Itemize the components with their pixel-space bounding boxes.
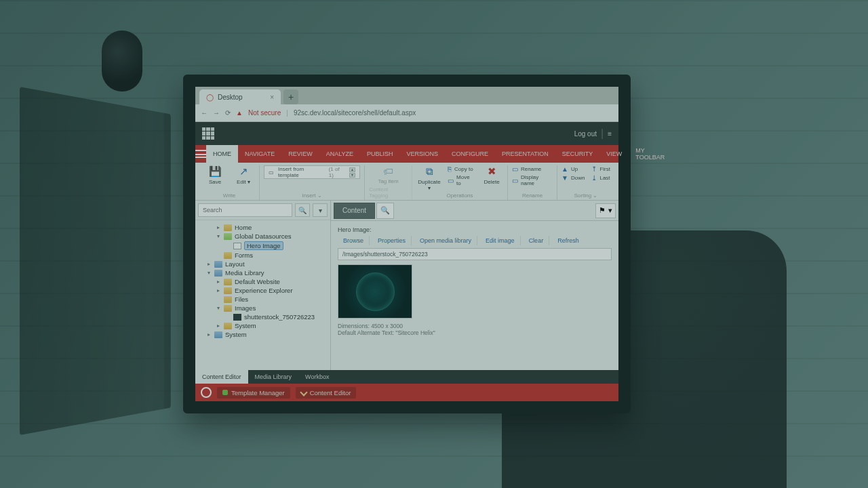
up-icon: ▲: [561, 165, 568, 173]
tree-node-home[interactable]: ▸Home: [197, 223, 329, 232]
close-tab-icon[interactable]: ×: [270, 94, 274, 101]
rename-button[interactable]: ▭Rename: [512, 165, 553, 173]
search-input[interactable]: [198, 203, 292, 217]
pencil-icon: [300, 388, 307, 396]
save-button[interactable]: 💾Save: [203, 165, 226, 185]
insert-from-template[interactable]: ▭ Insert from template (1 of 1) ▴▾: [264, 165, 360, 179]
launch-bar: Template Manager Content Editor: [195, 384, 618, 401]
browse-link[interactable]: Browse: [338, 236, 370, 245]
display-name-button[interactable]: ▭Display name: [512, 174, 553, 186]
content-search-button[interactable]: 🔍: [376, 203, 394, 219]
edit-button[interactable]: ↗Edit ▾: [232, 165, 255, 185]
reload-icon[interactable]: ⟳: [225, 109, 231, 117]
browser-tab[interactable]: ◯ Desktop ×: [199, 89, 281, 104]
webcam: [102, 30, 142, 92]
ribbon-group-tagging: 🏷Tag item Content Tagging: [365, 165, 412, 200]
open-media-library-link[interactable]: Open media library: [414, 236, 477, 245]
tree-node-system[interactable]: ▸System: [197, 321, 329, 330]
browser-tabstrip: ◯ Desktop × +: [195, 87, 618, 104]
insert-spinner[interactable]: ▴▾: [349, 167, 355, 178]
tag-icon: 🏷: [383, 165, 393, 177]
edit-image-link[interactable]: Edit image: [480, 236, 521, 245]
clear-link[interactable]: Clear: [524, 236, 550, 245]
body-split: 🔍 ▾ ▸Home ▾Global Datasources Hero Image…: [195, 201, 618, 370]
ribbon-group-rename: ▭Rename ▭Display name Rename: [508, 165, 557, 200]
tree-node-media[interactable]: ▾Media Library: [197, 268, 329, 277]
ribbon-tab-review[interactable]: REVIEW: [281, 145, 319, 163]
content-tree: ▸Home ▾Global Datasources Hero Image For…: [195, 220, 330, 370]
ribbon-tab-view[interactable]: VIEW: [599, 145, 629, 163]
not-secure-label: Not secure: [248, 109, 281, 117]
ribbon-tab-navigate[interactable]: NAVIGATE: [238, 145, 281, 163]
tree-node-image-file[interactable]: shutterstock_750726223: [197, 312, 329, 321]
topbar-divider: |: [601, 127, 604, 140]
app-topbar: Log out | ≡: [195, 122, 618, 145]
down-icon: ▼: [561, 174, 568, 182]
duplicate-button[interactable]: ⧉Duplicate ▾: [416, 165, 442, 191]
content-editor-chip[interactable]: Content Editor: [296, 387, 357, 399]
url-divider: |: [286, 109, 288, 117]
new-tab-button[interactable]: +: [283, 89, 298, 104]
content-tab[interactable]: Content: [334, 203, 375, 219]
tree-node-system2[interactable]: ▸System: [197, 330, 329, 339]
primary-monitor: ◯ Desktop × + ← → ⟳ ▲ Not secure | 92sc.…: [183, 75, 631, 413]
tree-node-experience-explorer[interactable]: ▸Experience Explorer: [197, 286, 329, 295]
delete-icon: ✖: [488, 165, 496, 178]
editor-tab-media[interactable]: Media Library: [248, 370, 299, 384]
copy-icon: ⎘: [448, 165, 452, 173]
ribbon-tab-versions[interactable]: VERSIONS: [400, 145, 446, 163]
tree-node-forms[interactable]: Forms: [197, 251, 329, 260]
tree-node-global[interactable]: ▾Global Datasources: [197, 232, 329, 241]
move-last-button[interactable]: ⤓Last: [591, 174, 610, 182]
hamburger-icon[interactable]: [195, 145, 206, 163]
refresh-link[interactable]: Refresh: [552, 236, 585, 245]
ribbon-tab-presentation[interactable]: PRESENTATION: [495, 145, 555, 163]
forward-icon[interactable]: →: [213, 109, 220, 117]
ribbon-tab-publish[interactable]: PUBLISH: [360, 145, 400, 163]
sitecore-logo-icon[interactable]: [201, 387, 212, 398]
tree-node-layout[interactable]: ▸Layout: [197, 260, 329, 268]
move-to-button[interactable]: ▭Move to: [448, 174, 475, 186]
tree-node-hero[interactable]: Hero Image: [197, 241, 329, 251]
search-button[interactable]: 🔍: [295, 203, 310, 217]
ribbon: 💾Save ↗Edit ▾ Write ▭ Insert from templa…: [195, 163, 618, 201]
template-icon: ▭: [269, 169, 274, 176]
app-launcher-icon[interactable]: [202, 127, 214, 140]
ribbon-group-write: 💾Save ↗Edit ▾ Write: [199, 165, 260, 200]
duplicate-icon: ⧉: [426, 165, 433, 178]
browser-tab-title: Desktop: [218, 94, 243, 101]
editor-tab-content[interactable]: Content Editor: [195, 370, 248, 384]
back-icon[interactable]: ←: [201, 109, 208, 117]
search-dropdown[interactable]: ▾: [313, 203, 328, 217]
copy-to-button[interactable]: ⎘Copy to: [448, 165, 475, 173]
ribbon-tab-home[interactable]: HOME: [206, 145, 238, 163]
url-text[interactable]: 92sc.dev.local/sitecore/shell/default.as…: [294, 109, 416, 117]
move-up-button[interactable]: ▲Up: [561, 165, 585, 173]
tree-pane: 🔍 ▾ ▸Home ▾Global Datasources Hero Image…: [195, 201, 331, 370]
user-menu-icon[interactable]: ≡: [608, 130, 612, 138]
ribbon-tab-mytoolbar[interactable]: MY TOOLBAR: [629, 145, 671, 163]
move-down-button[interactable]: ▼Down: [561, 174, 585, 182]
rename-icon: ▭: [512, 165, 518, 173]
delete-button[interactable]: ✖Delete: [480, 165, 503, 185]
properties-link[interactable]: Properties: [372, 236, 412, 245]
content-pane: Content 🔍 ⚑ ▾ Hero Image: Browse Propert…: [331, 201, 618, 370]
language-flag-button[interactable]: ⚑ ▾: [595, 203, 616, 218]
tree-node-default-website[interactable]: ▸Default Website: [197, 277, 329, 286]
editor-tab-workbox[interactable]: Workbox: [298, 370, 336, 384]
ribbon-tab-analyze[interactable]: ANALYZE: [319, 145, 360, 163]
last-icon: ⤓: [591, 174, 597, 182]
field-area: Hero Image: Browse Properties Open media…: [331, 221, 618, 370]
editor-tabs: Content Editor Media Library Workbox: [195, 370, 618, 384]
template-manager-chip[interactable]: Template Manager: [217, 387, 290, 399]
move-first-button[interactable]: ⤒First: [591, 165, 610, 173]
ribbon-tabbar: HOME NAVIGATE REVIEW ANALYZE PUBLISH VER…: [195, 145, 618, 163]
tag-item-button: 🏷Tag item: [377, 165, 400, 184]
image-field-actions: Browse Properties Open media library Edi…: [338, 236, 612, 245]
first-icon: ⤒: [591, 165, 597, 173]
ribbon-tab-security[interactable]: SECURITY: [555, 145, 600, 163]
ribbon-tab-configure[interactable]: CONFIGURE: [445, 145, 495, 163]
logout-link[interactable]: Log out: [574, 130, 597, 138]
tree-node-images[interactable]: ▾Images: [197, 304, 329, 312]
tree-node-files[interactable]: Files: [197, 295, 329, 304]
